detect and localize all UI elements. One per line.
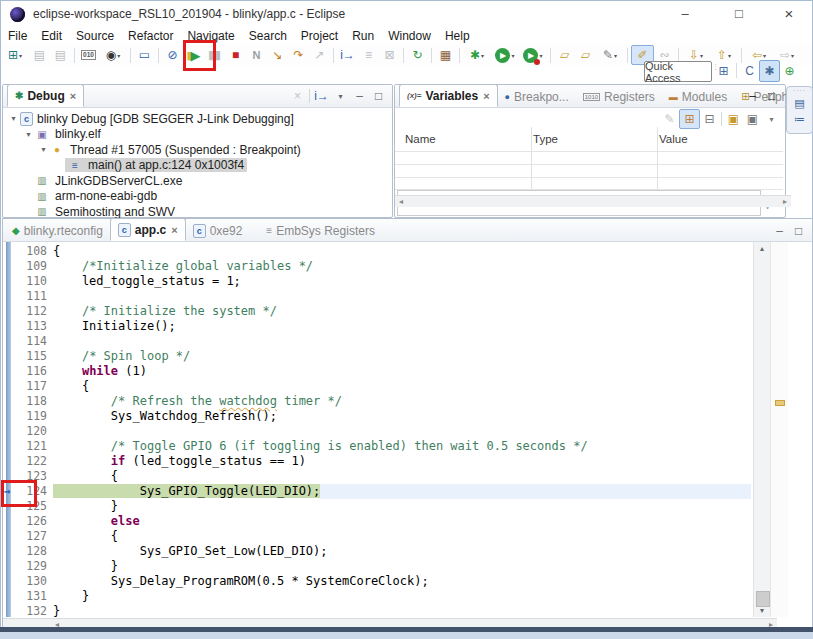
- code-line[interactable]: 123 {: [3, 468, 751, 483]
- code-line[interactable]: 111: [3, 288, 751, 303]
- line-number[interactable]: 126: [15, 514, 53, 528]
- column-header-type[interactable]: Type: [533, 133, 558, 145]
- tab-modules[interactable]: ▬Modules: [662, 86, 734, 107]
- maximize-button[interactable]: □: [369, 87, 388, 105]
- gutter-icons[interactable]: [3, 408, 15, 423]
- gutter-icons[interactable]: [3, 258, 15, 273]
- user-profile-dropdown-icon[interactable]: ▾: [117, 52, 120, 59]
- minimize-window-button[interactable]: –: [662, 0, 708, 26]
- open-resource-button[interactable]: ▱: [575, 46, 596, 64]
- gutter-icons[interactable]: [3, 514, 15, 529]
- line-number[interactable]: 109: [15, 259, 53, 273]
- gutter-icons[interactable]: [3, 604, 15, 617]
- tree-item[interactable]: ≡main() at app.c:124 0x1003f4: [3, 158, 392, 174]
- line-number[interactable]: 110: [15, 274, 53, 288]
- editor-tab-0xe92[interactable]: c0xe92: [186, 220, 250, 241]
- code-line[interactable]: 127 {: [3, 529, 751, 544]
- editor-vscrollbar[interactable]: ▴ ▾: [753, 242, 770, 617]
- scroll-up-icon[interactable]: ▴: [754, 244, 770, 253]
- minimized-bar-handle[interactable]: ····: [787, 87, 812, 95]
- code-line[interactable]: 131 }: [3, 589, 751, 604]
- vscroll-thumb[interactable]: [756, 591, 770, 607]
- gutter-icons[interactable]: [3, 453, 15, 468]
- build-button[interactable]: ▦: [435, 46, 456, 64]
- line-number[interactable]: 131: [15, 589, 53, 603]
- quick-access-button[interactable]: Quick Access: [644, 61, 712, 82]
- tab-close-icon[interactable]: ×: [483, 90, 489, 102]
- step-over-button[interactable]: ↷: [288, 46, 309, 64]
- edit-search-button[interactable]: ✎▾: [596, 46, 624, 64]
- gutter-icons[interactable]: [3, 393, 15, 408]
- code-line[interactable]: 109 /*Initialize global variables */: [3, 258, 751, 273]
- minimize-button[interactable]: –: [350, 87, 369, 105]
- expand-chevron-icon[interactable]: ▼: [7, 115, 20, 122]
- line-number[interactable]: 122: [15, 454, 53, 468]
- menu-refactor[interactable]: Refactor: [121, 27, 180, 45]
- show-logical-structure-button[interactable]: ⊞: [679, 109, 700, 129]
- line-number[interactable]: 111: [15, 289, 53, 303]
- line-number[interactable]: 127: [15, 529, 53, 543]
- gutter-icons[interactable]: [3, 438, 15, 453]
- maximize-window-button[interactable]: □: [716, 0, 762, 26]
- column-divider[interactable]: [657, 127, 658, 189]
- edit-search-dropdown-icon[interactable]: ▾: [614, 52, 617, 59]
- debug-button[interactable]: ✱▾: [463, 46, 491, 64]
- line-number[interactable]: 120: [15, 424, 53, 438]
- gutter-icons[interactable]: [3, 589, 15, 604]
- tree-item[interactable]: ▥arm-none-eabi-gdb: [3, 189, 392, 205]
- editor-maximize-button[interactable]: □: [789, 222, 808, 240]
- expand-chevron-icon[interactable]: ▼: [37, 146, 50, 153]
- line-number[interactable]: 115: [15, 349, 53, 363]
- line-number[interactable]: 108: [15, 244, 53, 258]
- code-line[interactable]: 120: [3, 423, 751, 438]
- line-number[interactable]: 118: [15, 394, 53, 408]
- gutter-icons[interactable]: [3, 288, 15, 303]
- code-line[interactable]: 128 Sys_GPIO_Set_Low(LED_DIO);: [3, 544, 751, 559]
- code-line[interactable]: 126 else: [3, 514, 751, 529]
- skip-all-breakpoints-button[interactable]: ⊘: [162, 46, 183, 64]
- profile-button[interactable]: ▶▾: [519, 46, 547, 64]
- line-number[interactable]: 129: [15, 559, 53, 573]
- gutter-icons[interactable]: [3, 559, 15, 574]
- new-watch-expression-button[interactable]: ▣: [724, 110, 743, 128]
- open-perspective-button[interactable]: ⊞: [714, 61, 733, 81]
- line-number[interactable]: 113: [15, 319, 53, 333]
- tree-item[interactable]: ▥JLinkGDBServerCL.exe: [3, 173, 392, 189]
- console-view-icon[interactable]: ▤: [787, 95, 812, 111]
- code-line[interactable]: 114: [3, 333, 751, 348]
- tab-variables[interactable]: (x)=Variables×: [399, 84, 498, 107]
- code-line[interactable]: 130 Sys_Delay_ProgramROM(0.5 * SystemCor…: [3, 574, 751, 589]
- menu-edit[interactable]: Edit: [34, 27, 69, 45]
- code-line[interactable]: →124 Sys_GPIO_Toggle(LED_DIO);: [3, 484, 751, 499]
- debug-perspective-button[interactable]: ✱: [759, 60, 780, 82]
- code-line[interactable]: 122 if (led_toggle_status == 1): [3, 453, 751, 468]
- line-number[interactable]: 121: [15, 439, 53, 453]
- line-number[interactable]: 132: [15, 604, 53, 617]
- code-line[interactable]: 110 led_toggle_status = 1;: [3, 273, 751, 288]
- outline-view-icon[interactable]: ≔: [787, 111, 812, 127]
- collapse-all-button[interactable]: ⊟: [700, 110, 719, 128]
- code-line[interactable]: 118 /* Refresh the watchdog timer */: [3, 393, 751, 408]
- editor-tab-embsys-registers[interactable]: ≡EmbSys Registers: [259, 220, 382, 241]
- editor-minimize-button[interactable]: –: [770, 222, 789, 240]
- code-line[interactable]: 112 /* Initialize the system */: [3, 303, 751, 318]
- binary-display-button[interactable]: 010: [78, 46, 99, 64]
- line-number[interactable]: 128: [15, 544, 53, 558]
- cpp-perspective-button[interactable]: C: [740, 61, 759, 81]
- detach-view-button[interactable]: ▣: [743, 110, 762, 128]
- code-line[interactable]: 117 {: [3, 378, 751, 393]
- disconnect-button[interactable]: N: [246, 46, 267, 64]
- code-line[interactable]: 121 /* Toggle GPIO 6 (if toggling is ena…: [3, 438, 751, 453]
- run-dropdown-icon[interactable]: ▾: [511, 52, 514, 59]
- editor-tab-blinky-rteconfig[interactable]: ◆blinky.rteconfig: [5, 220, 110, 241]
- variables-minimize-button[interactable]: –: [743, 87, 762, 105]
- overview-ruler[interactable]: [770, 242, 788, 617]
- code-line[interactable]: 115 /* Spin loop */: [3, 348, 751, 363]
- expand-chevron-icon[interactable]: ▼: [22, 131, 35, 138]
- close-window-button[interactable]: ×: [766, 0, 812, 26]
- code-line[interactable]: 129 }: [3, 559, 751, 574]
- profile-dropdown-icon[interactable]: ▾: [539, 52, 542, 59]
- import-dropdown-icon[interactable]: ▾: [700, 52, 703, 59]
- gutter-icons[interactable]: [3, 318, 15, 333]
- reset-button[interactable]: ↻: [407, 46, 428, 64]
